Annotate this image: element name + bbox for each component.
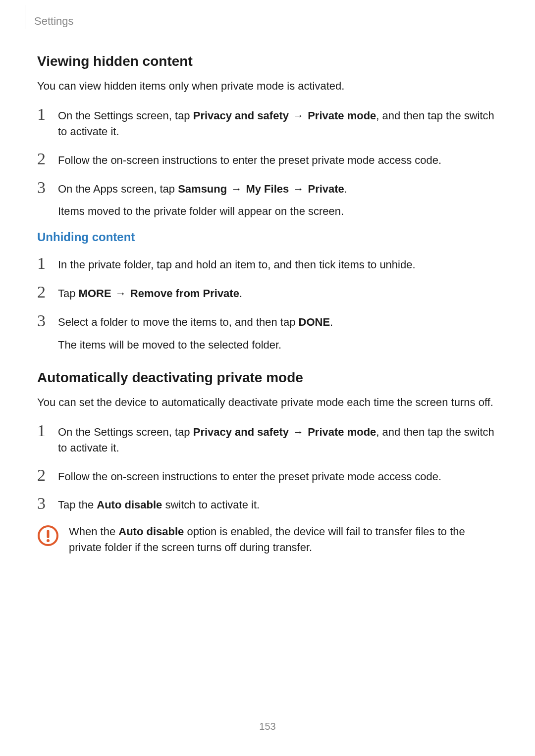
section1-intro: You can view hidden items only when priv… xyxy=(37,78,498,94)
page-content: Viewing hidden content You can view hidd… xyxy=(0,29,535,555)
subsection-steps: 1 In the private folder, tap and hold an… xyxy=(37,255,498,353)
step-item: 1 On the Settings screen, tap Privacy an… xyxy=(37,422,498,456)
step-body: Tap the Auto disable switch to activate … xyxy=(58,495,498,513)
caution-text: When the Auto disable option is enabled,… xyxy=(69,524,498,555)
section2-steps: 1 On the Settings screen, tap Privacy an… xyxy=(37,422,498,513)
page-header: Settings xyxy=(0,0,535,29)
step-body: Follow the on-screen instructions to ent… xyxy=(58,467,498,485)
svg-point-2 xyxy=(47,539,50,542)
step-body: Select a folder to move the items to, an… xyxy=(58,312,498,353)
step-number: 2 xyxy=(37,284,58,301)
section-title-viewing: Viewing hidden content xyxy=(37,53,498,69)
step-body: On the Settings screen, tap Privacy and … xyxy=(58,106,498,140)
step-number: 2 xyxy=(37,467,58,484)
step-body: On the Settings screen, tap Privacy and … xyxy=(58,422,498,456)
section2-intro: You can set the device to automatically … xyxy=(37,395,498,410)
svg-rect-1 xyxy=(47,530,50,538)
step-item: 2 Follow the on-screen instructions to e… xyxy=(37,151,498,168)
page-number: 153 xyxy=(0,721,535,732)
caution-icon xyxy=(37,525,59,547)
step-item: 3 On the Apps screen, tap Samsung → My F… xyxy=(37,179,498,220)
step-body: In the private folder, tap and hold an i… xyxy=(58,255,498,273)
step-body: Tap MORE → Remove from Private. xyxy=(58,284,498,302)
step-number: 3 xyxy=(37,312,58,329)
step-number: 1 xyxy=(37,255,58,272)
step-number: 2 xyxy=(37,151,58,167)
step-item: 1 In the private folder, tap and hold an… xyxy=(37,255,498,273)
step-number: 1 xyxy=(37,106,58,123)
section-title-auto-deactivate: Automatically deactivating private mode xyxy=(37,370,498,386)
step-body: On the Apps screen, tap Samsung → My Fil… xyxy=(58,179,498,220)
step-number: 3 xyxy=(37,495,58,512)
header-divider xyxy=(25,5,25,29)
section1-steps: 1 On the Settings screen, tap Privacy an… xyxy=(37,106,498,219)
caution-note: When the Auto disable option is enabled,… xyxy=(37,524,498,555)
step-number: 1 xyxy=(37,422,58,439)
step-item: 3 Select a folder to move the items to, … xyxy=(37,312,498,353)
breadcrumb: Settings xyxy=(34,15,74,28)
step-item: 3 Tap the Auto disable switch to activat… xyxy=(37,495,498,513)
step-number: 3 xyxy=(37,179,58,196)
step-item: 2 Follow the on-screen instructions to e… xyxy=(37,467,498,485)
step-item: 1 On the Settings screen, tap Privacy an… xyxy=(37,106,498,140)
step-item: 2 Tap MORE → Remove from Private. xyxy=(37,284,498,302)
step-body: Follow the on-screen instructions to ent… xyxy=(58,151,498,168)
subsection-title-unhiding: Unhiding content xyxy=(37,230,498,244)
